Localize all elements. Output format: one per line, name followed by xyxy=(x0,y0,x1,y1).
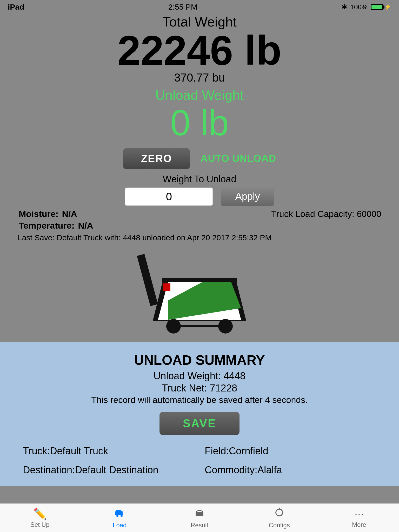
tab-bar: ✏️ Set Up Load Result xyxy=(0,503,399,532)
auto-unload-button[interactable]: AUTO UNLOAD xyxy=(201,153,276,164)
battery-percent: 100% xyxy=(350,3,368,11)
load-icon xyxy=(114,507,125,521)
svg-rect-9 xyxy=(115,511,123,515)
weight-to-unload-input[interactable] xyxy=(125,188,213,206)
more-icon: ··· xyxy=(355,508,364,520)
temperature-value: N/A xyxy=(78,221,93,230)
result-icon xyxy=(194,507,205,521)
apply-button[interactable]: Apply xyxy=(221,187,274,206)
status-icons: ✱ 100% ⚡ xyxy=(342,3,391,11)
auto-save-note: This record will automatically be saved … xyxy=(91,395,308,405)
svg-rect-0 xyxy=(137,254,158,306)
unload-weight-value: 0 lb xyxy=(170,103,229,143)
charging-bolt: ⚡ xyxy=(384,4,391,10)
total-weight-bu: 370.77 bu xyxy=(174,71,225,84)
details-grid: Truck:Default Truck Field:Cornfield Dest… xyxy=(18,445,381,476)
info-row: Moisture: N/A Temperature: N/A Truck Loa… xyxy=(18,209,381,231)
zero-button[interactable]: ZERO xyxy=(123,148,190,169)
tab-load[interactable]: Load xyxy=(94,507,146,529)
summary-area: UNLOAD SUMMARY Unload Weight: 4448 Truck… xyxy=(0,342,399,486)
cart-svg xyxy=(122,248,277,337)
svg-rect-8 xyxy=(171,325,228,327)
load-label: Load xyxy=(113,522,127,529)
last-save: Last Save: Default Truck with: 4448 unlo… xyxy=(18,233,381,242)
svg-rect-4 xyxy=(163,283,170,291)
svg-point-11 xyxy=(116,515,118,517)
temperature-label: Temperature: xyxy=(19,221,75,230)
unload-weight-label: Unload Weight xyxy=(155,87,244,103)
grain-cart-illustration xyxy=(10,248,389,337)
device-label: iPad xyxy=(8,3,24,11)
summary-title: UNLOAD SUMMARY xyxy=(134,352,265,368)
commodity-detail: Commodity:Alalfa xyxy=(205,464,376,476)
more-label: More xyxy=(352,521,366,528)
tab-result[interactable]: Result xyxy=(174,507,225,529)
configs-label: Configs xyxy=(269,522,290,529)
unload-weight-summary: Unload Weight: 4448 xyxy=(154,370,245,382)
svg-point-12 xyxy=(121,515,123,517)
moisture-value: N/A xyxy=(62,209,77,219)
setup-icon: ✏️ xyxy=(33,507,47,520)
truck-net-summary: Truck Net: 71228 xyxy=(162,383,237,394)
total-weight-value: 22246 lb xyxy=(117,30,282,71)
sensor-info: Moisture: N/A Temperature: N/A xyxy=(18,209,93,231)
tab-more[interactable]: ··· More xyxy=(333,508,385,528)
field-detail: Field:Cornfield xyxy=(205,445,376,457)
truck-detail: Truck:Default Truck xyxy=(23,445,194,457)
controls-row: ZERO AUTO UNLOAD xyxy=(83,148,316,169)
result-label: Result xyxy=(191,522,208,529)
battery-icon: ⚡ xyxy=(371,4,391,10)
weight-unload-row: Weight To Unload Apply xyxy=(83,174,316,206)
temperature-reading: Temperature: N/A xyxy=(18,221,93,231)
weight-input-row: Apply xyxy=(125,187,274,206)
svg-rect-10 xyxy=(116,510,121,512)
setup-label: Set Up xyxy=(30,521,49,528)
save-button[interactable]: SAVE xyxy=(159,412,240,435)
truck-capacity: Truck Load Capacity: 60000 xyxy=(271,209,381,219)
configs-icon xyxy=(274,507,285,521)
svg-rect-5 xyxy=(162,278,237,282)
weight-to-unload-label: Weight To Unload xyxy=(163,174,236,185)
destination-detail: Destination:Default Destination xyxy=(23,464,194,476)
tab-setup[interactable]: ✏️ Set Up xyxy=(14,507,66,528)
main-display-area: Total Weight 22246 lb 370.77 bu Unload W… xyxy=(0,14,399,342)
status-bar: iPad 2:55 PM ✱ 100% ⚡ xyxy=(0,0,399,14)
time-display: 2:55 PM xyxy=(168,3,197,11)
moisture-reading: Moisture: N/A xyxy=(18,209,93,219)
bluetooth-icon: ✱ xyxy=(342,3,347,11)
moisture-label: Moisture: xyxy=(19,209,58,219)
tab-configs[interactable]: Configs xyxy=(253,507,305,529)
